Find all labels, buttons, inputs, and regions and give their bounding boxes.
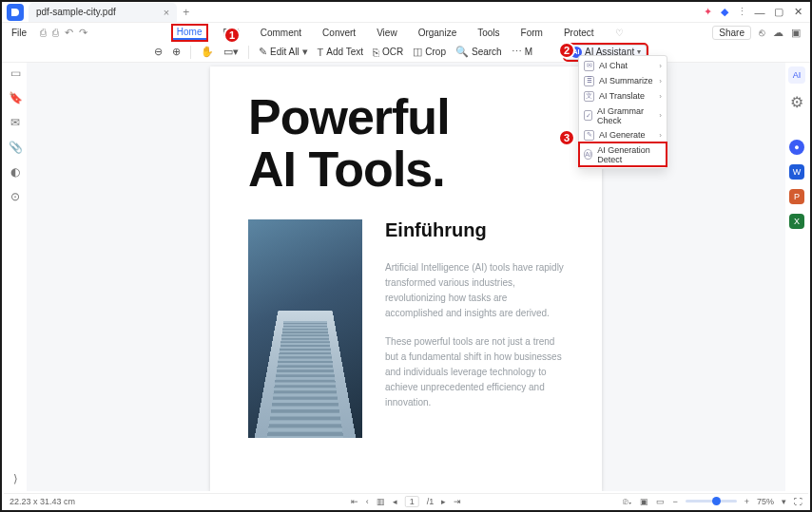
ai-assistant-menu: ✉AI Chat› ≣AI Summarize› 文AI Translate› … (578, 55, 667, 169)
person-icon[interactable]: ⎋ (759, 27, 765, 38)
fit-width-icon[interactable]: ▭ (656, 497, 665, 506)
doc-paragraph: These powerful tools are not just a tren… (385, 334, 564, 410)
cloud-icon[interactable]: ☁ (773, 27, 783, 39)
chevron-right-icon: › (659, 92, 662, 101)
first-page-icon[interactable]: ⇤ (351, 497, 358, 506)
page-total: /1 (427, 497, 435, 506)
maximize-button[interactable]: ▢ (772, 6, 785, 18)
box-icon[interactable]: ▣ (791, 27, 801, 39)
hand-tool[interactable]: ✋ (201, 46, 214, 58)
menu-ai-summarize[interactable]: ≣AI Summarize› (579, 73, 667, 88)
zoom-in-icon[interactable]: + (744, 497, 749, 506)
share-button[interactable]: Share (712, 26, 751, 40)
crop-button[interactable]: ◫Crop (413, 46, 446, 58)
separator (190, 46, 191, 59)
bookmark-icon[interactable]: 🔖 (9, 91, 23, 104)
document-tab-title: pdf-sample-city.pdf (36, 7, 116, 17)
layout-icon[interactable]: ▥ (377, 497, 385, 506)
ai-panel-icon[interactable]: AI (788, 66, 805, 84)
zoom-value: 75% (757, 497, 774, 506)
menu-ai-generate[interactable]: ✎AI Generate› (579, 127, 667, 142)
chevron-right-icon: › (659, 111, 662, 120)
comment-panel-icon[interactable]: ✉ (10, 116, 20, 129)
zoom-out-icon[interactable]: − (672, 497, 677, 506)
chevron-right-icon: › (659, 77, 662, 85)
document-tab[interactable]: pdf-sample-city.pdf × (29, 3, 177, 22)
search-button[interactable]: 🔍Search (455, 46, 502, 58)
menu-ai-grammar[interactable]: ✓AI Grammar Check› (579, 104, 667, 127)
app-logo (7, 4, 24, 21)
doc-image-building (248, 219, 362, 438)
edit-all-button[interactable]: ✎Edit All▾ (259, 46, 308, 58)
read-mode-icon[interactable]: ⎚▾ (623, 497, 632, 506)
grammar-icon: ✓ (584, 110, 592, 121)
doc-title-line1: Powerful (248, 91, 564, 143)
menu-ai-chat[interactable]: ✉AI Chat› (579, 58, 667, 73)
annotation-callout-1: 1 (223, 27, 241, 44)
sliders-icon[interactable]: ⚙ (790, 93, 803, 111)
save-icon[interactable]: ⎙ (40, 27, 47, 38)
separator (248, 46, 249, 59)
prev-page-icon[interactable]: ‹ (366, 497, 369, 506)
kebab-icon[interactable]: ⋮ (736, 7, 747, 18)
page-number-input[interactable]: 1 (405, 496, 419, 507)
tab-home[interactable]: Home (173, 26, 206, 40)
tab-tools[interactable]: Tools (474, 27, 503, 39)
slider-knob[interactable] (712, 497, 721, 505)
detect-icon: AI (584, 149, 592, 160)
undo-icon[interactable]: ↶ (65, 27, 73, 39)
fullscreen-icon[interactable]: ⛶ (794, 497, 802, 506)
doc-paragraph: Artificial Intelligence (AI) tools have … (385, 260, 564, 321)
layers-icon[interactable]: ◐ (10, 165, 20, 179)
doc-heading: Einführung (385, 219, 564, 241)
zoom-slider[interactable] (686, 500, 737, 503)
select-tool[interactable]: ▭▾ (223, 46, 239, 58)
add-text-button[interactable]: TAdd Text (318, 47, 363, 58)
new-tab-button[interactable]: + (183, 6, 189, 19)
prev-icon[interactable]: ◂ (393, 497, 397, 506)
last-page-icon[interactable]: ⇥ (454, 497, 461, 506)
annotation-callout-3: 3 (558, 129, 575, 146)
pdf-page: Powerful AI Tools. Einführung Artificial… (210, 66, 602, 491)
close-window-button[interactable]: ✕ (791, 6, 804, 18)
redo-icon[interactable]: ↷ (79, 27, 87, 39)
print-icon[interactable]: ⎙ (52, 27, 59, 38)
chevron-right-icon: › (659, 62, 662, 70)
page-dimensions: 22.23 x 31.43 cm (10, 497, 75, 506)
tab-lightbulb[interactable]: ♡ (611, 27, 628, 39)
tab-view[interactable]: View (373, 27, 401, 39)
attachment-icon[interactable]: 📎 (9, 141, 23, 154)
tab-form[interactable]: Form (517, 27, 547, 39)
ppt-export-icon[interactable]: P (789, 189, 804, 204)
chat-icon: ✉ (584, 61, 594, 71)
minimize-button[interactable]: — (753, 7, 766, 18)
close-tab-icon[interactable]: × (164, 7, 169, 18)
diamond-icon[interactable]: ◆ (719, 7, 730, 18)
translate-icon: 文 (584, 91, 594, 102)
fit-page-icon[interactable]: ▣ (640, 497, 648, 506)
annotation-callout-2: 2 (558, 42, 575, 59)
next-icon[interactable]: ▸ (441, 497, 446, 506)
ai-bot-icon[interactable]: ● (789, 140, 804, 155)
tab-convert[interactable]: Convert (319, 27, 359, 39)
menu-ai-translate[interactable]: 文AI Translate› (579, 88, 667, 104)
zoom-dropdown-icon[interactable]: ▾ (782, 497, 786, 506)
thumbnails-icon[interactable]: ▭ (10, 66, 21, 80)
menu-ai-generation-detect[interactable]: AIAI Generation Detect (579, 142, 667, 166)
gift-icon[interactable]: ✦ (702, 7, 713, 18)
more-button[interactable]: ⋯M (512, 46, 532, 58)
tab-protect[interactable]: Protect (560, 27, 598, 39)
doc-title-line2: AI Tools. (248, 143, 564, 196)
zoom-in-button[interactable]: ⊕ (172, 46, 181, 58)
collapse-left-icon[interactable]: ⟩ (13, 472, 18, 485)
zoom-out-button[interactable]: ⊖ (154, 46, 163, 58)
more-panel-icon[interactable]: ⊙ (10, 190, 20, 203)
tab-organize[interactable]: Organize (415, 27, 461, 39)
tab-comment[interactable]: Comment (257, 27, 305, 39)
generate-icon: ✎ (584, 130, 594, 141)
document-canvas[interactable]: Powerful AI Tools. Einführung Artificial… (27, 63, 785, 491)
word-export-icon[interactable]: W (789, 164, 804, 180)
excel-export-icon[interactable]: X (789, 214, 804, 229)
file-menu[interactable]: File (8, 27, 30, 39)
ocr-button[interactable]: ⎘OCR (373, 47, 403, 58)
